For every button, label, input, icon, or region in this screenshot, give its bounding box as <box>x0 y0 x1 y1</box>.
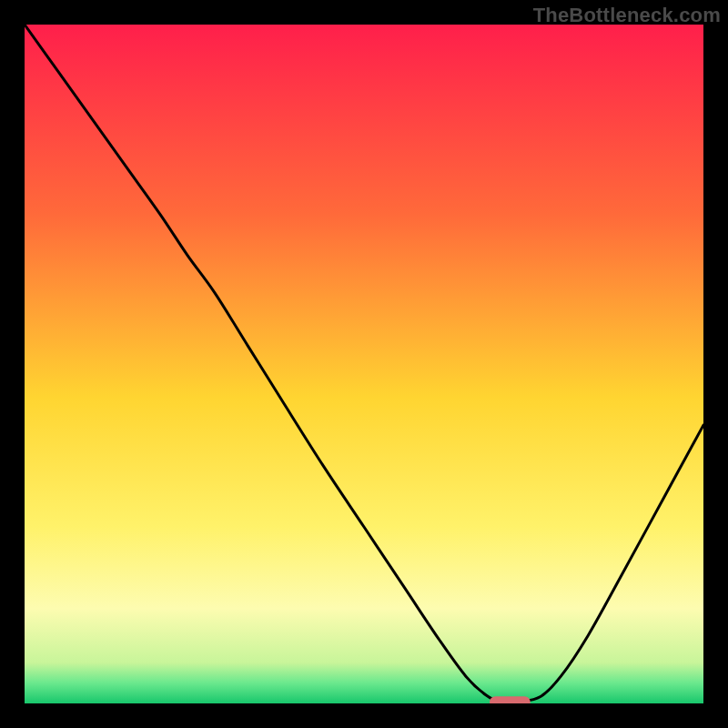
plot-area <box>25 25 703 703</box>
chart-background <box>25 25 703 703</box>
outer-frame: TheBottleneck.com <box>0 0 728 728</box>
bottleneck-chart <box>25 25 703 703</box>
optimal-marker <box>490 696 531 703</box>
